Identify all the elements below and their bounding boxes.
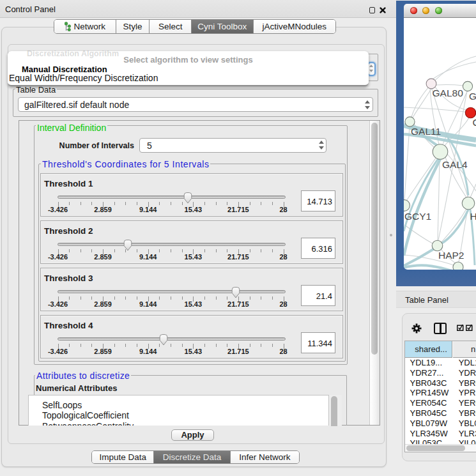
svg-text:GCY1: GCY1 bbox=[404, 211, 431, 222]
svg-text:HAP2: HAP2 bbox=[438, 250, 464, 261]
svg-text:GAL4: GAL4 bbox=[442, 159, 468, 170]
svg-text:H: H bbox=[470, 211, 476, 222]
svg-text:GA: GA bbox=[469, 91, 476, 102]
svg-text:GAL80: GAL80 bbox=[433, 88, 464, 98]
svg-text:GAL11: GAL11 bbox=[411, 126, 441, 137]
svg-text:C: C bbox=[473, 117, 476, 128]
